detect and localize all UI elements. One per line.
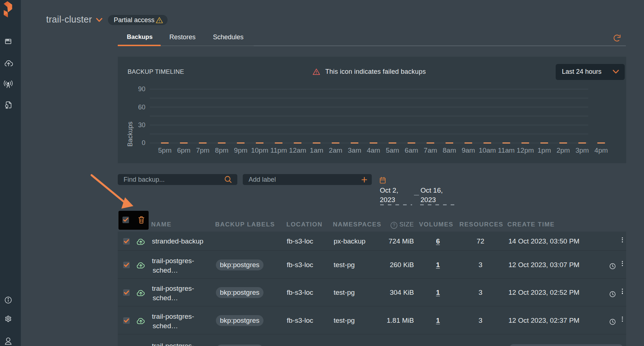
svg-text:3am: 3am: [348, 146, 361, 154]
svg-text:6pm: 6pm: [177, 146, 190, 154]
svg-text:12am: 12am: [289, 146, 306, 154]
svg-text:11am: 11am: [498, 146, 515, 154]
svg-text:0: 0: [142, 139, 145, 146]
svg-text:1am: 1am: [310, 146, 323, 154]
svg-text:10pm: 10pm: [251, 146, 269, 154]
svg-text:4pm: 4pm: [595, 146, 608, 154]
svg-text:8am: 8am: [443, 146, 456, 154]
svg-text:5pm: 5pm: [158, 146, 172, 154]
svg-text:8pm: 8pm: [215, 146, 229, 154]
svg-text:9pm: 9pm: [234, 146, 247, 154]
svg-text:6am: 6am: [405, 146, 418, 154]
svg-text:30: 30: [138, 121, 145, 129]
svg-text:4am: 4am: [367, 146, 380, 154]
svg-text:7am: 7am: [424, 146, 437, 154]
svg-text:2am: 2am: [329, 146, 342, 154]
svg-text:?: ?: [393, 223, 395, 228]
svg-text:11pm: 11pm: [270, 146, 287, 154]
svg-text:90: 90: [138, 85, 145, 93]
svg-text:7pm: 7pm: [196, 146, 209, 154]
svg-text:3pm: 3pm: [575, 146, 589, 154]
svg-text:9am: 9am: [462, 146, 475, 154]
svg-text:10am: 10am: [479, 146, 496, 154]
svg-text:5am: 5am: [386, 146, 399, 154]
svg-text:1pm: 1pm: [538, 146, 551, 154]
svg-text:Backups: Backups: [126, 121, 134, 146]
svg-text:60: 60: [138, 104, 145, 111]
svg-text:2pm: 2pm: [556, 146, 570, 154]
svg-text:12pm: 12pm: [517, 146, 534, 154]
